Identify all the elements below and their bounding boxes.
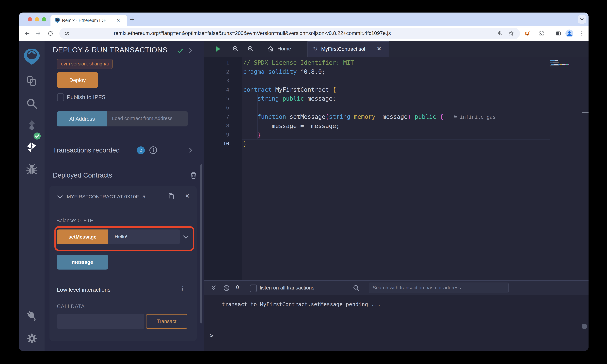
listen-label: listen on all transactions xyxy=(260,285,314,291)
contract-collapse-chevron-icon[interactable] xyxy=(57,194,63,200)
deployed-contract-card: MYFIRSTCONTRACT AT 0X10F...5 ✕ Balance: … xyxy=(50,186,197,341)
browser-window: Remix - Ethereum IDE ✕ + remix.ethereum.… xyxy=(19,13,589,351)
trash-icon[interactable] xyxy=(190,172,197,179)
plugin-manager-icon[interactable] xyxy=(24,308,40,324)
browser-tab[interactable]: Remix - Ethereum IDE ✕ xyxy=(51,15,127,26)
line-number: 8 xyxy=(204,121,229,130)
debugger-icon[interactable] xyxy=(26,164,38,175)
transactions-expand-chevron-icon[interactable] xyxy=(188,147,193,153)
back-button[interactable] xyxy=(24,31,30,36)
code-line[interactable]: string public message; xyxy=(243,94,496,103)
listen-checkbox[interactable] xyxy=(250,285,257,292)
set-message-input[interactable]: Hello! xyxy=(108,230,180,244)
bookmark-star-icon[interactable] xyxy=(508,31,514,36)
terminal-search-input[interactable]: Search with transaction hash or address xyxy=(369,283,509,293)
close-window-button[interactable] xyxy=(28,17,32,21)
contract-instance-label[interactable]: MYFIRSTCONTRACT AT 0X10F...5 xyxy=(67,194,145,199)
zoom-out-icon[interactable] xyxy=(232,46,239,52)
file-explorer-icon[interactable] xyxy=(26,76,38,87)
deploy-button[interactable]: Deploy xyxy=(57,72,98,88)
code-line[interactable]: // SPDX-License-Identifier: MIT xyxy=(243,58,496,67)
publish-ipfs-checkbox[interactable] xyxy=(57,93,64,101)
code-editor[interactable]: 12345678910 // SPDX-License-Identifier: … xyxy=(204,57,589,280)
code-line[interactable] xyxy=(243,76,496,85)
info-icon[interactable] xyxy=(149,146,157,154)
panel-expand-chevron-icon[interactable] xyxy=(188,48,193,53)
url-text[interactable]: remix.ethereum.org/#lang=en&optimize=fal… xyxy=(114,30,391,36)
run-script-icon[interactable] xyxy=(214,45,222,52)
extensions-puzzle-icon[interactable] xyxy=(539,31,544,36)
home-tab[interactable]: Home xyxy=(277,46,291,52)
terminal-search-icon xyxy=(353,285,360,291)
browser-menu-icon[interactable] xyxy=(579,31,585,36)
code-line[interactable]: pragma solidity ^0.8.0; xyxy=(243,67,496,76)
panel-scrollbar[interactable] xyxy=(200,164,202,324)
file-tab-close-icon[interactable]: ✕ xyxy=(377,46,381,52)
tab-close-icon[interactable]: ✕ xyxy=(117,18,120,23)
reload-button[interactable] xyxy=(48,31,53,36)
settings-gear-icon[interactable] xyxy=(26,333,38,344)
editor-tabstrip: Home ↻ MyFirstContract.sol ✕ xyxy=(204,41,589,57)
code-line[interactable]: } xyxy=(243,130,496,140)
contract-close-icon[interactable]: ✕ xyxy=(185,193,189,199)
tab-search-button[interactable] xyxy=(578,15,586,24)
forward-button[interactable] xyxy=(36,31,41,36)
at-address-button[interactable]: At Address xyxy=(57,111,107,127)
terminal-prompt: > xyxy=(210,332,214,339)
expand-args-chevron-icon[interactable] xyxy=(183,234,189,240)
file-tab[interactable]: ↻ MyFirstContract.sol ✕ xyxy=(307,41,389,57)
terminal: 0 listen on all transactions Search with… xyxy=(204,280,589,351)
zoom-in-icon[interactable] xyxy=(247,46,254,52)
code-line[interactable] xyxy=(243,103,496,112)
code-content[interactable]: // SPDX-License-Identifier: MITpragma so… xyxy=(243,58,496,149)
home-icon[interactable] xyxy=(267,46,274,52)
terminal-expand-icon[interactable] xyxy=(210,285,217,291)
set-message-value: Hello! xyxy=(115,234,127,239)
copy-icon[interactable] xyxy=(167,193,175,200)
calldata-label: CALLDATA xyxy=(57,303,85,310)
panel-title: DEPLOY & RUN TRANSACTIONS xyxy=(53,46,167,54)
compile-success-badge xyxy=(33,132,41,140)
low-level-header: Low level interactions xyxy=(57,286,110,293)
minimize-window-button[interactable] xyxy=(35,17,39,21)
transact-button[interactable]: Transact xyxy=(146,314,187,329)
at-address-input[interactable]: Load contract from Address xyxy=(107,111,188,127)
terminal-count: 0 xyxy=(236,284,239,290)
remix-app: DEPLOY & RUN TRANSACTIONS evm version: s… xyxy=(19,41,589,351)
calldata-input[interactable] xyxy=(57,314,144,329)
line-numbers: 12345678910 xyxy=(204,58,229,148)
line-number: 3 xyxy=(204,76,229,85)
terminal-scroll-button[interactable] xyxy=(581,324,587,329)
deploy-run-icon[interactable] xyxy=(26,142,38,153)
low-level-info-icon[interactable]: i xyxy=(182,285,183,293)
search-icon[interactable] xyxy=(26,98,38,109)
solidity-compiler-icon[interactable] xyxy=(26,120,38,131)
metamask-extension-icon[interactable] xyxy=(524,31,530,36)
code-line[interactable]: function setMessage(string memory _messa… xyxy=(243,112,496,122)
new-tab-button[interactable]: + xyxy=(130,15,134,24)
message-button[interactable]: message xyxy=(57,255,108,270)
deploy-run-panel: DEPLOY & RUN TRANSACTIONS evm version: s… xyxy=(45,41,204,351)
terminal-log-line: transact to MyFirstContract.setMessage p… xyxy=(222,301,381,307)
sidebar-toggle-icon[interactable] xyxy=(555,31,561,36)
terminal-search-placeholder: Search with transaction hash or address xyxy=(373,285,461,290)
set-message-button[interactable]: setMessage xyxy=(57,230,108,244)
chevron-down-icon xyxy=(579,17,585,22)
code-line[interactable]: message = _message; xyxy=(243,121,496,130)
tab-title: Remix - Ethereum IDE xyxy=(62,18,106,23)
maximize-window-button[interactable] xyxy=(42,17,46,21)
toolbar-divider xyxy=(551,30,551,37)
minimap[interactable] xyxy=(550,58,582,65)
site-settings-icon[interactable] xyxy=(64,31,69,36)
gas-pump-icon xyxy=(453,114,458,119)
profile-avatar[interactable] xyxy=(566,29,573,38)
code-line[interactable]: } xyxy=(243,140,496,149)
remix-logo[interactable] xyxy=(23,48,41,65)
address-bar[interactable]: remix.ethereum.org/#lang=en&optimize=fal… xyxy=(59,28,520,39)
clear-console-icon[interactable] xyxy=(223,285,230,291)
terminal-body[interactable]: transact to MyFirstContract.setMessage p… xyxy=(204,295,589,351)
editor-scrollbar[interactable] xyxy=(582,57,589,280)
code-line[interactable]: contract MyFirstContract { xyxy=(243,85,496,94)
line-number: 1 xyxy=(204,58,229,67)
zoom-icon[interactable] xyxy=(497,31,503,36)
